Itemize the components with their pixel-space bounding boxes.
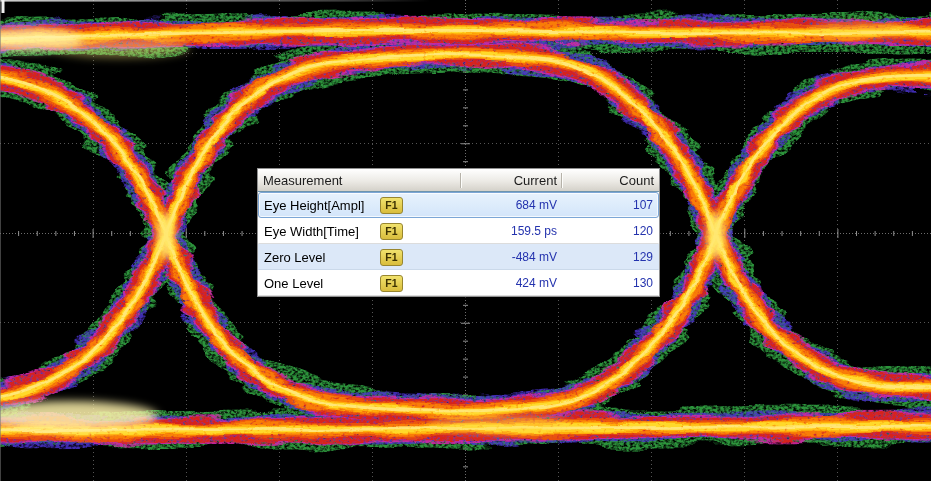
measurement-table: Measurement Current Count Eye Height[Amp… bbox=[257, 168, 660, 297]
source-badge-f1: F1 bbox=[380, 223, 403, 240]
table-row-eye-height[interactable]: Eye Height[Ampl] F1 684 mV 107 bbox=[258, 192, 659, 218]
oscilloscope-screen: Measurement Current Count Eye Height[Amp… bbox=[0, 0, 931, 481]
source-badge-f1: F1 bbox=[380, 275, 403, 292]
table-row-eye-width[interactable]: Eye Width[Time] F1 159.5 ps 120 bbox=[258, 218, 659, 244]
current-value: 684 mV bbox=[403, 198, 557, 212]
table-row-zero-level[interactable]: Zero Level F1 -484 mV 129 bbox=[258, 244, 659, 270]
measurement-label: One Level bbox=[259, 276, 380, 291]
column-header-current[interactable]: Current bbox=[460, 173, 561, 188]
current-value: 159.5 ps bbox=[403, 224, 557, 238]
source-badge-f1: F1 bbox=[380, 249, 403, 266]
count-value: 129 bbox=[557, 250, 658, 264]
column-header-measurement[interactable]: Measurement bbox=[258, 173, 460, 188]
measurement-label: Eye Height[Ampl] bbox=[259, 198, 380, 213]
count-value: 120 bbox=[557, 224, 658, 238]
column-header-count[interactable]: Count bbox=[561, 173, 659, 188]
measurement-table-header: Measurement Current Count bbox=[258, 169, 659, 192]
source-badge-f1: F1 bbox=[380, 197, 403, 214]
current-value: 424 mV bbox=[403, 276, 557, 290]
measurement-label: Zero Level bbox=[259, 250, 380, 265]
count-value: 130 bbox=[557, 276, 658, 290]
count-value: 107 bbox=[557, 198, 658, 212]
current-value: -484 mV bbox=[403, 250, 557, 264]
left-scale-marker bbox=[2, 0, 5, 13]
table-row-one-level[interactable]: One Level F1 424 mV 130 bbox=[258, 270, 659, 296]
measurement-label: Eye Width[Time] bbox=[259, 224, 380, 239]
